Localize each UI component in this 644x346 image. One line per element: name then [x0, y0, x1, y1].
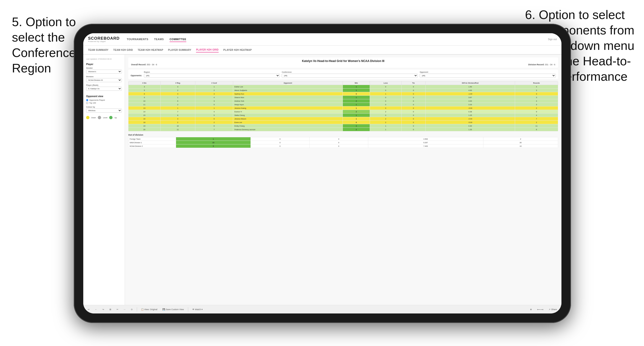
th-opponent: Opponent: [233, 81, 342, 85]
cell-rounds: 11: [515, 124, 558, 128]
toolbar-save-custom[interactable]: 💾 Save Custom View: [161, 308, 185, 311]
cell-opponent: Eunice Yi: [233, 110, 342, 114]
toolbar-cut[interactable]: ✂: [116, 308, 120, 311]
right-panel: Katelyn Vo Head-to-Head Grid for Women's…: [125, 55, 562, 305]
cell-rounds: 2: [515, 121, 558, 124]
sidebar: Last Updated: 27/03/2024 08:44 Player Ge…: [83, 55, 125, 305]
sidebar-player-rank-select[interactable]: 8. Katelyn Vo: [86, 87, 122, 91]
cell-div: 5: [128, 89, 160, 92]
nav-teams[interactable]: TEAMS: [154, 37, 164, 42]
toolbar-circle[interactable]: ⊙: [130, 308, 134, 311]
subnav-team-h2h-heatmap[interactable]: TEAM H2H HEATMAP: [138, 48, 163, 52]
table-row: 14 7 4 Eunice Yi 2 2 0 0.38 9: [128, 110, 558, 114]
cell-rounds: 9: [515, 110, 558, 114]
toolbar-resize[interactable]: ⟵⟶: [536, 308, 544, 311]
cell-tie: 0: [401, 85, 425, 89]
subnav-team-summary[interactable]: TEAM SUMMARY: [88, 48, 108, 52]
cell-diff: 0.30: [425, 124, 515, 128]
subnav-player-summary[interactable]: PLAYER SUMMARY: [168, 48, 191, 52]
cell-opponent: Federica Domecq Lacroze: [233, 128, 342, 131]
toolbar-undo[interactable]: ↩: [86, 308, 91, 311]
cell-div: 10: [128, 99, 160, 103]
filter-region-select[interactable]: (All): [144, 74, 280, 78]
cell-conf: 2: [195, 89, 233, 92]
sign-out-link[interactable]: Sign out: [548, 38, 557, 41]
cell-tie: 0: [401, 89, 425, 92]
toolbar-grid[interactable]: ⊞: [108, 308, 112, 311]
cell-loss: 2: [370, 121, 402, 124]
cell-diff: -1.00: [425, 92, 515, 96]
cell-tie: 0: [401, 103, 425, 106]
cell-conf: 7: [195, 128, 233, 131]
cell-diff: 0.38: [425, 110, 515, 114]
cell-loss: 0: [251, 141, 310, 144]
cell-reg: 1: [160, 96, 195, 99]
table-row: 3 3 1 Esther Lee 1 0 0 1.50 4: [128, 85, 558, 89]
filter-region-label: Region: [144, 71, 280, 73]
nav-committee[interactable]: COMMITTEE: [170, 37, 186, 42]
cell-tie: 0: [401, 117, 425, 121]
filter-opponent-select[interactable]: (All): [420, 74, 556, 78]
subnav-player-h2h-grid[interactable]: PLAYER H2H GRID: [196, 47, 219, 52]
sidebar-division-select[interactable]: NCAA Division III: [86, 78, 122, 82]
out-of-div-row: NAIA Division 1 15 0 0 9.267 30: [128, 141, 558, 144]
sidebar-gender-select[interactable]: Women's: [86, 70, 122, 74]
cell-div: 14: [128, 110, 160, 114]
cell-conf: 1: [195, 85, 233, 89]
cell-rounds: 2: [483, 137, 558, 141]
cell-loss: 1: [370, 124, 402, 128]
cell-conf: 6: [195, 124, 233, 128]
sidebar-colour-by-select[interactable]: Win/loss: [86, 109, 122, 113]
th-diff: Diff Av Strokes/Rnd: [425, 81, 515, 85]
nav-tournaments[interactable]: TOURNAMENTS: [127, 37, 148, 42]
logo-area: SCOREBOARD Powered by clippd: [88, 36, 120, 42]
h2h-title: Katelyn Vo Head-to-Head Grid for Women's…: [131, 59, 555, 63]
filter-conference-select[interactable]: (All): [282, 74, 418, 78]
cell-loss: 0: [370, 106, 402, 110]
cell-loss: 0: [251, 144, 310, 148]
cell-opponent: Euna Lee: [233, 121, 342, 124]
cell-tie: 0: [401, 106, 425, 110]
cell-tie: 0: [401, 121, 425, 124]
app-wrapper: SCOREBOARD Powered by clippd TOURNAMENTS…: [83, 33, 562, 314]
subnav-player-h2h-heatmap[interactable]: PLAYER H2H HEATMAP: [224, 48, 252, 52]
cell-diff: -5.00: [425, 121, 515, 124]
toolbar-watch[interactable]: 👁 Watch ▾: [191, 308, 204, 311]
cell-tie: 0: [309, 137, 368, 141]
cell-rounds: 4: [515, 114, 558, 117]
cell-win: 5: [176, 144, 251, 148]
cell-diff: -0.94: [425, 117, 515, 121]
cell-diff: 9.267: [368, 141, 483, 144]
sidebar-gender-label: Gender: [86, 67, 122, 69]
legend-label-up: Up: [114, 117, 117, 119]
radio-opponents-played[interactable]: Opponents Played: [86, 99, 122, 101]
cell-loss: 0: [370, 103, 402, 106]
cell-loss: 0: [251, 137, 310, 141]
cell-conf: 6: [195, 117, 233, 121]
toolbar-share[interactable]: ↗ Share: [548, 308, 558, 311]
radio-top100[interactable]: Top 100: [86, 102, 122, 104]
subnav-team-h2h-grid[interactable]: TEAM H2H GRID: [113, 48, 133, 52]
cell-reg: 10: [160, 124, 195, 128]
toolbar-add[interactable]: ⊕: [529, 308, 533, 311]
cell-loss: 0: [370, 114, 402, 117]
cell-rounds: 3: [515, 96, 558, 99]
toolbar-redo[interactable]: ↪: [101, 308, 106, 311]
toolbar-dots[interactable]: ···: [122, 308, 127, 311]
cell-diff: 3.67: [425, 96, 515, 99]
table-row: 10 6 3 Andrea York 2 0 0 4.00 4: [128, 99, 558, 103]
table-row: 18 2 2 Euna Lee 0 2 0 -5.00 2: [128, 121, 558, 124]
toolbar-back[interactable]: ←: [94, 308, 98, 311]
th-reg: # Reg: [160, 81, 195, 85]
cell-opponent: Esther Lee: [233, 85, 342, 89]
logo-sub: Powered by clippd: [88, 40, 120, 42]
cell-reg: 1: [160, 106, 195, 110]
cell-diff: 1.25: [425, 114, 515, 117]
cell-rounds: 6: [515, 128, 558, 131]
cell-conf: 5: [195, 103, 233, 106]
cell-diff: 3.33: [425, 103, 515, 106]
cell-win: 1: [176, 137, 251, 141]
filter-opponent-label: Opponent: [420, 71, 556, 73]
cell-diff: 1.33: [425, 128, 515, 131]
toolbar-view-original[interactable]: 📋 View: Original: [140, 308, 159, 311]
